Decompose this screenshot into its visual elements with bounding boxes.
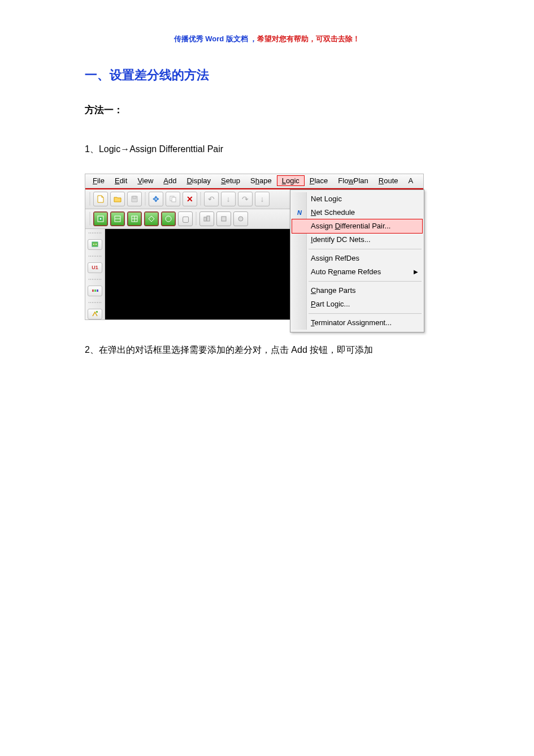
menu-place[interactable]: Place [305, 175, 333, 186]
grey-tool-1[interactable]: ▢ [178, 211, 193, 226]
svg-rect-19 [94, 290, 96, 292]
watermark-text-1: 传播优秀 Word 版文档 ， [174, 34, 258, 43]
step-2-text: 2、在弹出的对话框里选择需要添加的差分对，点击 Add 按钮，即可添加 [85, 343, 449, 357]
svg-rect-21 [96, 311, 98, 313]
svg-point-16 [93, 244, 94, 245]
green-tool-3[interactable] [127, 211, 142, 226]
watermark-text-2: 希望对您有帮助，可双击去除！ [257, 34, 360, 43]
design-canvas[interactable] [105, 229, 294, 319]
open-file-button[interactable] [110, 192, 125, 206]
save-button[interactable] [127, 192, 142, 206]
svg-rect-12 [207, 216, 210, 221]
menu-net-logic[interactable]: Net Logic [292, 192, 423, 206]
menu-change-parts[interactable]: Change Parts [292, 284, 423, 297]
green-tool-1[interactable] [93, 211, 108, 226]
menu-a[interactable]: A [403, 175, 419, 186]
vtoolbar-grip-3 [89, 279, 101, 280]
copy-button[interactable] [166, 192, 180, 206]
logic-dropdown-menu: Net Logic N Net Schedule Assign Differen… [290, 189, 424, 332]
toolbar-sep-1 [145, 192, 146, 206]
menu-bar: File Edit View Add Display Setup Shape L… [85, 174, 423, 188]
vtoolbar-grip-2 [89, 256, 101, 257]
toolbar-row-2: ▢ [85, 209, 306, 229]
svg-rect-1 [172, 197, 176, 202]
svg-marker-9 [149, 216, 154, 222]
move-button[interactable]: ✥ [149, 192, 163, 206]
menu-view[interactable]: View [132, 175, 158, 186]
green-tool-2[interactable] [110, 211, 125, 226]
toolbar-sep-2 [200, 192, 201, 206]
toolbar-grip-2 [89, 212, 90, 226]
menu-route[interactable]: Route [374, 175, 403, 186]
shape-tool-2[interactable] [216, 211, 231, 226]
vtoolbar-grip-4 [89, 302, 101, 304]
svg-rect-3 [99, 218, 102, 220]
canvas-area: U1 [85, 229, 306, 319]
menu-terminator-assignment[interactable]: Terminator Assignment... [292, 316, 423, 330]
net-schedule-icon: N [295, 208, 304, 217]
dropdown-sep-1 [309, 249, 422, 249]
menu-part-logic[interactable]: Part Logic... [292, 297, 423, 311]
menu-setup[interactable]: Setup [216, 175, 245, 186]
toolbar-row-1: ✥ ✕ ↶ ↓ ↷ ↓ [85, 189, 306, 209]
method-subheading: 方法一： [85, 103, 449, 116]
shape-tool-3[interactable] [233, 211, 248, 226]
vertical-toolbar: U1 [85, 229, 105, 319]
menu-edit[interactable]: Edit [110, 175, 132, 186]
vtool-4[interactable] [88, 309, 102, 319]
toolbar-grip [89, 192, 90, 206]
menu-add[interactable]: Add [158, 175, 181, 186]
down-button[interactable]: ↓ [221, 192, 236, 206]
menu-file[interactable]: File [88, 175, 110, 186]
vtool-2[interactable]: U1 [88, 262, 102, 273]
vtool-1[interactable] [88, 239, 102, 249]
svg-point-14 [238, 217, 243, 221]
app-screenshot: File Edit View Add Display Setup Shape L… [85, 174, 424, 320]
menu-identify-dc-nets[interactable]: Identify DC Nets... [292, 233, 423, 247]
menu-net-schedule[interactable]: N Net Schedule [292, 206, 423, 219]
toolbar-sep-3 [196, 212, 197, 226]
new-file-button[interactable] [93, 192, 108, 206]
menu-shape[interactable]: Shape [245, 175, 277, 186]
redo-button[interactable]: ↷ [238, 192, 253, 206]
svg-rect-13 [222, 217, 226, 221]
vtoolbar-grip-1 [89, 232, 101, 234]
menu-assign-refdes[interactable]: Assign RefDes [292, 252, 423, 265]
shape-tool-1[interactable] [199, 211, 214, 226]
svg-rect-18 [92, 290, 94, 292]
menu-assign-diff-pair[interactable]: Assign Differential Pair... [292, 219, 423, 234]
svg-rect-11 [204, 217, 206, 221]
svg-point-17 [95, 244, 97, 245]
svg-point-10 [166, 216, 171, 222]
section-heading: 一、设置差分线的方法 [85, 67, 449, 84]
down2-button[interactable]: ↓ [255, 192, 270, 206]
menu-auto-rename-refdes[interactable]: Auto Rename Refdes ▶ [292, 265, 423, 279]
svg-rect-20 [97, 290, 98, 292]
svg-rect-15 [92, 242, 98, 247]
menu-flowplan[interactable]: FlowPlan [333, 175, 373, 186]
step-1-text: 1、Logic→Assign Differenttial Pair [85, 142, 449, 157]
menu-display[interactable]: Display [181, 175, 216, 186]
delete-button[interactable]: ✕ [183, 192, 197, 206]
vtool-3[interactable] [88, 286, 102, 296]
submenu-arrow-icon: ▶ [414, 269, 418, 275]
green-tool-4[interactable] [144, 211, 159, 226]
watermark-header: 传播优秀 Word 版文档 ，希望对您有帮助，可双击去除！ [85, 34, 449, 44]
dropdown-sep-2 [309, 281, 422, 282]
dropdown-sep-3 [309, 313, 422, 314]
green-tool-5[interactable] [161, 211, 176, 226]
menu-logic[interactable]: Logic [277, 175, 305, 186]
undo-button[interactable]: ↶ [204, 192, 219, 206]
